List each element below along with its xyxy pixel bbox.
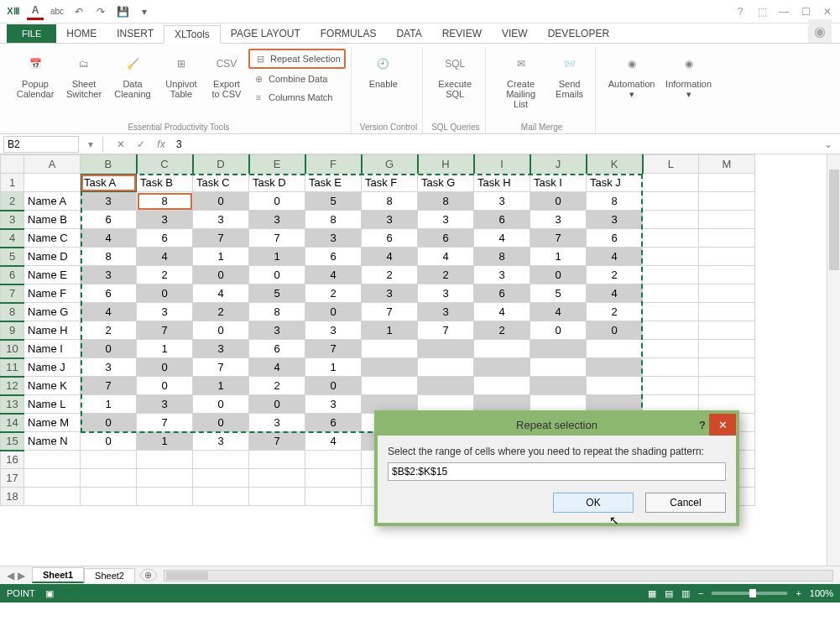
data-cell[interactable]: 6 <box>81 284 137 303</box>
name-cell[interactable]: Name N <box>24 432 81 451</box>
row-header-11[interactable]: 11 <box>1 358 24 377</box>
data-cell[interactable]: 2 <box>474 321 530 340</box>
data-cell[interactable] <box>362 340 418 358</box>
enable-vc-button[interactable]: 🕘Enable <box>360 47 407 121</box>
data-cell[interactable]: 0 <box>530 321 587 340</box>
data-cell[interactable]: 4 <box>81 229 137 248</box>
data-cell[interactable]: 7 <box>193 358 249 377</box>
row-header-18[interactable]: 18 <box>1 488 24 506</box>
data-cell[interactable]: 4 <box>587 284 643 303</box>
tab-home[interactable]: HOME <box>56 24 107 43</box>
data-cell[interactable]: 4 <box>305 432 362 451</box>
data-cell[interactable]: 6 <box>81 211 137 229</box>
row-header-12[interactable]: 12 <box>1 377 24 395</box>
data-cell[interactable]: 7 <box>137 321 193 340</box>
save-icon[interactable]: 💾 <box>114 3 131 20</box>
data-cell[interactable]: 0 <box>137 377 193 395</box>
tab-file[interactable]: FILE <box>7 24 56 43</box>
undo-icon[interactable]: ↶ <box>70 3 87 20</box>
expand-formula-icon[interactable]: ⌄ <box>820 138 837 150</box>
data-cell[interactable]: 0 <box>81 432 137 451</box>
data-cell[interactable]: 0 <box>530 192 587 211</box>
row-header-14[interactable]: 14 <box>1 414 24 432</box>
name-cell[interactable]: Name A <box>24 192 81 211</box>
data-cell[interactable]: 2 <box>137 266 193 284</box>
data-cell[interactable]: 0 <box>193 395 249 414</box>
dialog-titlebar[interactable]: Repeat selection ? ✕ <box>378 414 736 436</box>
data-cell[interactable]: 8 <box>362 192 418 211</box>
tab-developer[interactable]: DEVELOPER <box>538 24 619 43</box>
data-cell[interactable]: 6 <box>249 340 305 358</box>
data-cell[interactable]: 4 <box>137 248 193 266</box>
minimize-icon[interactable]: — <box>776 4 791 19</box>
tab-insert[interactable]: INSERT <box>107 24 164 43</box>
data-cell[interactable]: 3 <box>305 395 362 414</box>
dialog-help-icon[interactable]: ? <box>699 419 706 431</box>
data-cell[interactable]: 8 <box>249 303 305 321</box>
data-cell[interactable]: 8 <box>81 248 137 266</box>
data-cell[interactable]: 4 <box>418 248 474 266</box>
view-layout-icon[interactable]: ▤ <box>665 588 673 599</box>
popup-calendar-button[interactable]: 📅Popup Calendar <box>12 47 59 121</box>
create-mailing-button[interactable]: ✉Create Mailing List <box>494 47 548 121</box>
name-cell[interactable]: Name H <box>24 321 81 340</box>
data-cell[interactable] <box>474 358 530 377</box>
data-cell[interactable] <box>587 358 643 377</box>
tab-data[interactable]: DATA <box>386 24 431 43</box>
data-cell[interactable] <box>418 377 474 395</box>
data-cell[interactable]: 0 <box>81 340 137 358</box>
row-header-4[interactable]: 4 <box>1 229 24 248</box>
col-header-C[interactable]: C <box>137 155 193 174</box>
sheet-nav-left-icon[interactable]: ◀ <box>7 570 14 582</box>
data-cell[interactable]: 7 <box>305 340 362 358</box>
send-emails-button[interactable]: 📨Send Emails <box>550 47 590 121</box>
tab-xltools[interactable]: XLTools <box>164 25 221 44</box>
data-cell[interactable] <box>530 340 587 358</box>
row-header-6[interactable]: 6 <box>1 266 24 284</box>
row-header-2[interactable]: 2 <box>1 192 24 211</box>
data-cell[interactable]: 8 <box>305 211 362 229</box>
zoom-level[interactable]: 100% <box>810 588 833 598</box>
data-cell[interactable]: 6 <box>137 229 193 248</box>
tab-formulas[interactable]: FORMULAS <box>310 24 387 43</box>
view-break-icon[interactable]: ▥ <box>681 588 690 599</box>
name-box-dropdown-icon[interactable]: ▾ <box>82 138 99 150</box>
data-cell[interactable]: 5 <box>249 284 305 303</box>
zoom-out-icon[interactable]: − <box>698 588 703 598</box>
data-cell[interactable]: 0 <box>249 192 305 211</box>
row-header-13[interactable]: 13 <box>1 395 24 414</box>
data-cell[interactable]: 3 <box>474 266 530 284</box>
row-header-16[interactable]: 16 <box>1 451 24 469</box>
unpivot-table-button[interactable]: ⊞Unpivot Table <box>158 47 205 121</box>
data-cell[interactable]: 3 <box>418 211 474 229</box>
help-icon[interactable]: ? <box>733 4 748 19</box>
data-cell[interactable]: 3 <box>249 321 305 340</box>
data-cell[interactable]: 0 <box>137 284 193 303</box>
data-cell[interactable]: 0 <box>193 266 249 284</box>
data-cell[interactable]: 5 <box>530 284 587 303</box>
sheet-nav-right-icon[interactable]: ▶ <box>18 570 25 582</box>
zoom-slider[interactable] <box>712 592 787 595</box>
data-cell[interactable]: 3 <box>193 211 249 229</box>
data-cell[interactable]: 1 <box>81 395 137 414</box>
data-cell[interactable]: 3 <box>137 303 193 321</box>
data-cell[interactable]: 1 <box>530 248 587 266</box>
redo-icon[interactable]: ↷ <box>92 3 109 20</box>
data-cell[interactable]: 3 <box>305 229 362 248</box>
data-cell[interactable]: 3 <box>81 358 137 377</box>
data-cell[interactable]: 2 <box>587 266 643 284</box>
col-header-E[interactable]: E <box>249 155 305 174</box>
task-header[interactable]: Task I <box>530 174 587 192</box>
data-cell[interactable]: 8 <box>474 248 530 266</box>
execute-sql-button[interactable]: SQLExecute SQL <box>431 47 478 121</box>
font-color-icon[interactable]: A <box>27 3 44 20</box>
data-cell[interactable]: 2 <box>305 284 362 303</box>
col-header-F[interactable]: F <box>305 155 362 174</box>
data-cell[interactable]: 0 <box>81 414 137 432</box>
data-cell[interactable]: 3 <box>418 303 474 321</box>
data-cell[interactable]: 0 <box>137 358 193 377</box>
data-cell[interactable]: 0 <box>530 266 587 284</box>
row-header-15[interactable]: 15 <box>1 432 24 451</box>
macro-record-icon[interactable]: ▣ <box>45 588 54 599</box>
col-header-J[interactable]: J <box>530 155 587 174</box>
